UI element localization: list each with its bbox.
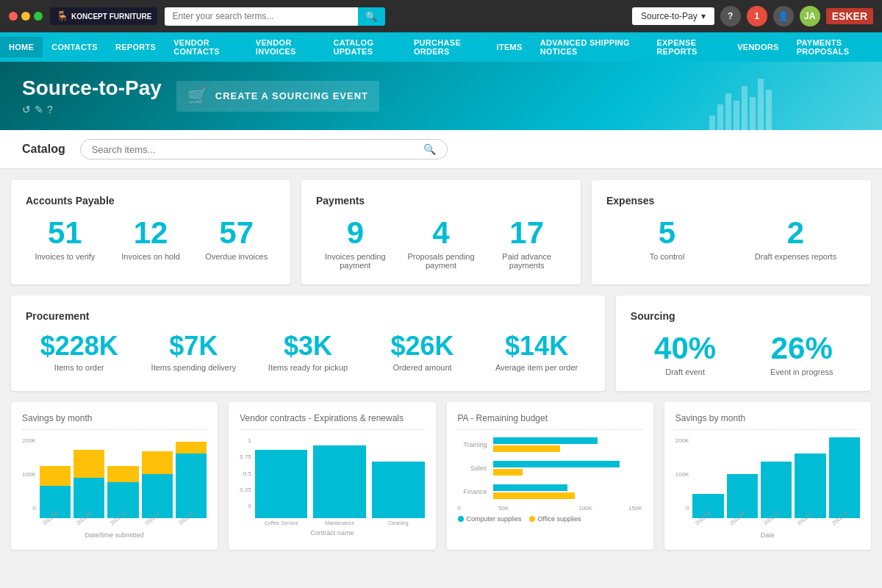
esker-brand: ESKER: [826, 8, 873, 24]
v-x-1: Coffee Service: [255, 520, 308, 526]
logo-text: KONCEPT FURNITURE: [71, 12, 151, 21]
user-button[interactable]: 👤: [773, 6, 794, 26]
legend-teal-dot: [458, 516, 464, 522]
nav-vendors[interactable]: VENDORS: [728, 37, 788, 57]
sourcing-card: Sourcing 40% Draft event 26% Event in pr…: [616, 295, 871, 391]
draft-expenses-label: Draft expenses reports: [735, 252, 856, 261]
help-button[interactable]: ?: [720, 6, 741, 26]
v-x-3: Cleaning: [372, 520, 425, 526]
v-y-05: 0.5: [243, 470, 251, 477]
savings-2-body: 200K 100K 0 2022/08 2022/09: [675, 437, 860, 528]
edit-icon[interactable]: ✎: [35, 104, 43, 115]
undo-icon[interactable]: ↺: [22, 104, 31, 115]
sourcing-title: Sourcing: [631, 310, 856, 322]
hero-decoration: [709, 79, 772, 130]
y-label-0: 0: [32, 505, 35, 512]
savings-2-x-title: Date: [675, 531, 860, 539]
items-to-order-label: Items to order: [26, 363, 133, 372]
bar-yellow-4: [142, 451, 173, 474]
pa-budget-chart: PA - Remaining budget Training Sales: [447, 402, 653, 550]
vendor-bar-1: [255, 450, 308, 519]
notification-button[interactable]: 1: [747, 6, 767, 26]
nav-vendor-invoices[interactable]: VENDOR INVOICES: [247, 32, 325, 62]
catalog-search-bar: 🔍: [80, 139, 448, 159]
nav-shipping[interactable]: ADVANCED SHIPPING NOTICES: [531, 32, 648, 62]
catalog-label: Catalog: [22, 143, 65, 156]
savings-2-bars-area: 2022/08 2022/09 2022/10 2022/11 2022/15: [692, 437, 860, 528]
pa-row-finance: Finance: [458, 484, 642, 499]
bar-yellow-2: [74, 450, 104, 478]
hero-cta-label: CREATE A SOURCING EVENT: [215, 90, 368, 101]
accounts-payable-title: Accounts Payable: [26, 195, 276, 207]
draft-event-number: 40%: [631, 333, 740, 364]
bar-yellow-3: [107, 466, 138, 482]
nav-home[interactable]: HOME: [0, 37, 43, 57]
items-to-order: $228K Items to order: [26, 333, 133, 372]
tl-red: [9, 12, 18, 21]
to-control: 5 To control: [606, 218, 728, 261]
savings-chart-2-title: Savings by month: [675, 413, 860, 430]
payments-card: Payments 9 Invoices pending payment 4 Pr…: [301, 180, 581, 284]
s2-y-100k: 100K: [675, 471, 689, 478]
legend-yellow-dot: [529, 516, 535, 522]
nav-catalog-updates[interactable]: CATALOG UPDATES: [324, 32, 404, 62]
to-control-label: To control: [606, 252, 728, 261]
draft-event-label: Draft event: [631, 368, 740, 376]
event-in-progress: 26% Event in progress: [747, 333, 856, 376]
main-content: Accounts Payable 51 Invoices to verify 1…: [0, 169, 882, 561]
pa-label-training: Training: [458, 441, 487, 448]
nav-reports[interactable]: REPORTS: [107, 37, 165, 57]
catalog-search-input[interactable]: [92, 144, 416, 155]
catalog-search-icon: 🔍: [423, 143, 436, 155]
paid-advance: 17 Paid advance payments: [487, 218, 566, 270]
procurement-card: Procurement $228K Items to order $7K Ite…: [11, 295, 605, 391]
to-control-number: 5: [606, 218, 728, 248]
vendor-bars: [255, 437, 425, 518]
pa-yellow-sales: [493, 469, 523, 476]
nav-purchase-orders[interactable]: PURCHASE ORDERS: [405, 32, 488, 62]
nav-items[interactable]: ITEMS: [488, 37, 531, 57]
bar-yellow-5: [176, 442, 207, 454]
items-pickup-label: Items ready for pickup: [254, 363, 362, 372]
nav-expense-reports[interactable]: EXPENSE REPORTS: [648, 32, 728, 62]
savings-2-x-labels: 2022/08 2022/09 2022/10 2022/11 2022/15: [692, 520, 860, 528]
procurement-title: Procurement: [26, 310, 590, 322]
invoices-to-verify: 51 Invoices to verify: [26, 218, 104, 261]
legend-computer-supplies: Computer supplies: [458, 515, 522, 523]
hero-help-icon[interactable]: ?: [47, 104, 53, 115]
v-x-2: Maintenance: [313, 520, 366, 526]
savings-1-x-title: Date/time submitted: [22, 531, 207, 539]
avatar[interactable]: JA: [800, 6, 820, 26]
vendor-y-axis: 1 0.75 0.5 0.25 0: [240, 437, 251, 526]
ordered-amount-label: Ordered amount: [369, 363, 476, 372]
proposals-pending: 4 Proposals pending payment: [402, 218, 481, 270]
legend-office-label: Office supplies: [538, 515, 581, 523]
pa-bars-finance: [493, 484, 642, 499]
s2-y-200k: 200K: [675, 437, 689, 444]
vendor-bars-area: Coffee Service Maintenance Cleaning: [255, 437, 425, 526]
create-sourcing-event-button[interactable]: 🛒 CREATE A SOURCING EVENT: [176, 81, 379, 112]
vendor-bar-3: [372, 462, 425, 518]
hero-banner: Source-to-Pay ↺ ✎ ? 🛒 CREATE A SOURCING …: [0, 62, 882, 130]
savings-chart-1: Savings by month 200K 100K 0: [11, 402, 218, 550]
pa-teal-training: [493, 437, 598, 444]
draft-expenses-number: 2: [735, 218, 856, 248]
search-button[interactable]: 🔍: [358, 7, 385, 26]
pa-x-100k: 100K: [547, 505, 625, 512]
event-in-progress-number: 26%: [747, 333, 856, 364]
module-dropdown[interactable]: Source-to-Pay ▾: [632, 7, 714, 25]
nav-vendor-contacts[interactable]: VENDOR CONTACTS: [165, 32, 247, 62]
pa-x-axis: 0 50K 100K 150K: [458, 505, 642, 512]
vendor-x-labels: Coffee Service Maintenance Cleaning: [255, 520, 425, 526]
pa-x-150k: 150K: [628, 505, 642, 512]
overdue-invoices-number: 57: [197, 218, 276, 248]
hero-text-group: Source-to-Pay ↺ ✎ ?: [22, 76, 162, 115]
traffic-lights: [9, 12, 43, 21]
pa-yellow-training: [493, 445, 560, 452]
search-input[interactable]: [165, 7, 358, 26]
v-y-075: 0.75: [240, 453, 251, 460]
top-right-controls: Source-to-Pay ▾ ? 1 👤 JA ESKER: [632, 6, 873, 26]
nav-payments[interactable]: PAYMENTS PROPOSALS: [788, 32, 882, 62]
pa-bars-training: [493, 437, 642, 452]
nav-contacts[interactable]: CONTACTS: [43, 37, 107, 57]
